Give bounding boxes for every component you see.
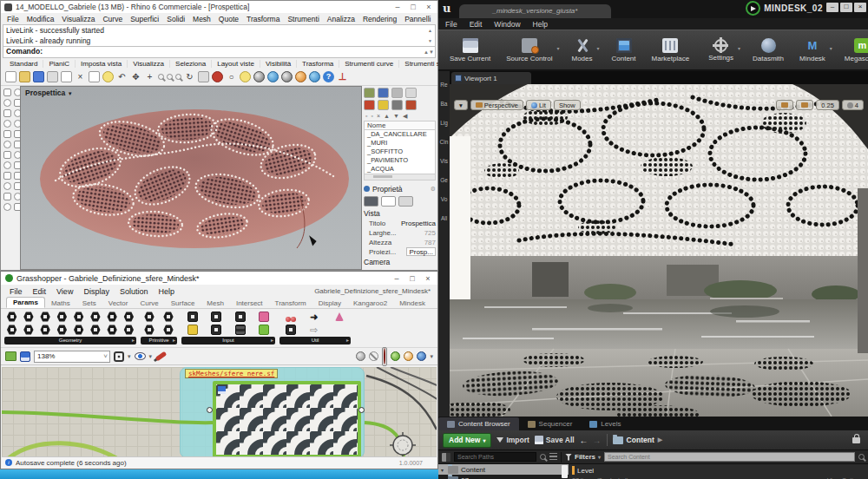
link-props-icon[interactable] [398, 196, 413, 207]
sketch-pen-icon[interactable] [155, 351, 168, 362]
viewport-options-dropdown[interactable]: ▾ [454, 100, 468, 110]
camera-speed-value[interactable]: 4 [842, 100, 864, 110]
cluster-icon[interactable] [335, 312, 344, 321]
layer-row[interactable]: _PAVIMENTO [365, 156, 435, 165]
panel-icon-notes[interactable] [405, 88, 417, 98]
tool-icon[interactable] [3, 203, 11, 211]
filters-button[interactable]: Filters▾ [565, 453, 601, 461]
menu-trasforma[interactable]: Trasforma [247, 15, 279, 23]
show-dropdown[interactable]: Show [554, 100, 581, 110]
component-icon[interactable] [40, 312, 50, 322]
component-icon[interactable] [40, 325, 50, 335]
preview-blue-icon[interactable] [417, 351, 426, 361]
paste-icon[interactable] [89, 71, 100, 82]
datasmith-button[interactable]: Datasmith [745, 31, 792, 69]
menu-mesh[interactable]: Mesh [193, 15, 211, 23]
help-icon[interactable]: ? [323, 71, 334, 82]
asset-list[interactable]: Level 27 items (2 selected) View Options [569, 464, 868, 479]
collapse-icon[interactable]: ◀ [403, 113, 407, 120]
rotate-view-icon[interactable]: ↻ [184, 71, 195, 82]
menu-view[interactable]: View [56, 287, 73, 296]
prop-value[interactable]: 725 [424, 228, 436, 238]
menu-visualizza[interactable]: Visualizza [62, 15, 95, 23]
tree-scrollbar[interactable] [562, 465, 568, 478]
component-icon[interactable] [7, 325, 17, 335]
component-icon[interactable] [7, 312, 17, 322]
menu-solution[interactable]: Solution [120, 287, 148, 296]
command-history[interactable]: LiveLink - successfully started LiveLink… [3, 24, 436, 47]
panel-icon-layers[interactable] [364, 88, 375, 98]
panel-icon-libraries[interactable] [391, 100, 403, 110]
layer-row[interactable]: _ACQUA [365, 165, 435, 174]
tab-sequencer[interactable]: Sequencer [519, 417, 582, 430]
menu-edit[interactable]: Edit [33, 287, 47, 296]
component-icon[interactable] [90, 312, 101, 322]
place-actors-geometry[interactable]: Ge [440, 177, 448, 183]
tool-icon[interactable] [3, 109, 11, 117]
perpendicular-icon[interactable]: ⊥ [337, 71, 348, 82]
search-content-input[interactable] [604, 452, 855, 462]
tab-seleziona[interactable]: Seleziona [170, 60, 212, 68]
sources-toggle-icon[interactable] [442, 453, 450, 462]
place-actors-cinematic[interactable]: Cin [440, 139, 449, 145]
component-icon[interactable] [23, 312, 34, 322]
tab-params[interactable]: Params [6, 297, 45, 308]
prop-value[interactable]: Prospettica [401, 219, 436, 228]
menu-file[interactable]: File [7, 15, 19, 23]
screen-percentage-value[interactable]: 0.25 [816, 100, 839, 110]
panel-icon-material[interactable] [364, 100, 375, 110]
layer-row[interactable]: _DA_CANCELLARE [365, 130, 435, 139]
tab-layout-viste[interactable]: Layout viste [212, 60, 260, 68]
component-icon[interactable] [163, 312, 174, 322]
component-icon[interactable] [259, 325, 269, 335]
import-button[interactable]: Import [496, 436, 529, 444]
camera-settings-icon[interactable] [796, 100, 813, 110]
properties-gear-icon[interactable]: ⚙ [431, 186, 436, 193]
component-icon[interactable] [163, 325, 174, 335]
menu-superfici[interactable]: Superfici [130, 15, 159, 23]
close-button[interactable]: × [854, 3, 866, 12]
group-label-util[interactable]: Util [279, 337, 351, 344]
preview-disabled-icon[interactable] [369, 351, 378, 361]
image-sampler-component[interactable] [213, 381, 361, 458]
delete-icon[interactable]: × [75, 71, 86, 82]
panel-icon-web[interactable] [405, 100, 417, 110]
layer-list-hscrollbar[interactable] [364, 174, 436, 180]
new-layer-icon[interactable]: ▫ [365, 113, 367, 119]
close-button[interactable]: × [424, 3, 434, 11]
tool-icon[interactable] [3, 151, 11, 159]
tab-mesh[interactable]: Mesh [201, 299, 230, 308]
search-paths-input[interactable] [454, 452, 536, 462]
tab-strumenti-curve[interactable]: Strumenti curve [339, 60, 399, 68]
component-icon[interactable] [23, 325, 34, 335]
preview-off-icon[interactable] [356, 351, 365, 361]
tab-curve[interactable]: Curve [134, 299, 164, 308]
tree-item-content[interactable]: ▾ Content [438, 464, 569, 475]
menu-quote[interactable]: Quote [219, 15, 239, 23]
command-line-scroll-icon[interactable]: ▲▼ [424, 48, 434, 57]
command-input[interactable]: Comando: ▲▼ [3, 47, 436, 58]
panel-icon-sun[interactable] [378, 100, 389, 110]
move-up-icon[interactable]: ▲ [384, 113, 390, 119]
tool-icon[interactable] [3, 130, 11, 138]
layer-row[interactable]: _SOFFITTO [365, 148, 435, 156]
tab-levels[interactable]: Levels [581, 417, 629, 430]
tab-transform[interactable]: Transform [269, 299, 312, 308]
open-file-icon[interactable] [19, 71, 30, 82]
level-document-tab[interactable]: _mindesk_versione_giusta* [459, 4, 611, 18]
maximize-button[interactable]: □ [408, 3, 418, 11]
component-icon[interactable] [211, 312, 221, 322]
tab-content-browser[interactable]: Content Browser [438, 417, 519, 430]
add-new-button[interactable]: Add New▾ [443, 433, 491, 448]
menu-curve[interactable]: Curve [102, 15, 122, 23]
preview-shaded-icon[interactable] [384, 348, 385, 364]
tab-kangaroo2[interactable]: Kangaroo2 [347, 299, 393, 308]
tab-standard[interactable]: Standard [4, 60, 43, 68]
earth-icon[interactable] [309, 71, 320, 82]
lamp-icon[interactable] [240, 71, 251, 82]
modes-button[interactable]: Modes▾ [564, 31, 601, 69]
viewport-scene[interactable]: ▾ Perspective Lit Show 0.25 4 [450, 84, 868, 417]
copy-layer-icon[interactable]: ▫ [371, 113, 372, 119]
tool-icon[interactable] [3, 141, 11, 148]
panel-icon-display[interactable] [378, 88, 389, 98]
